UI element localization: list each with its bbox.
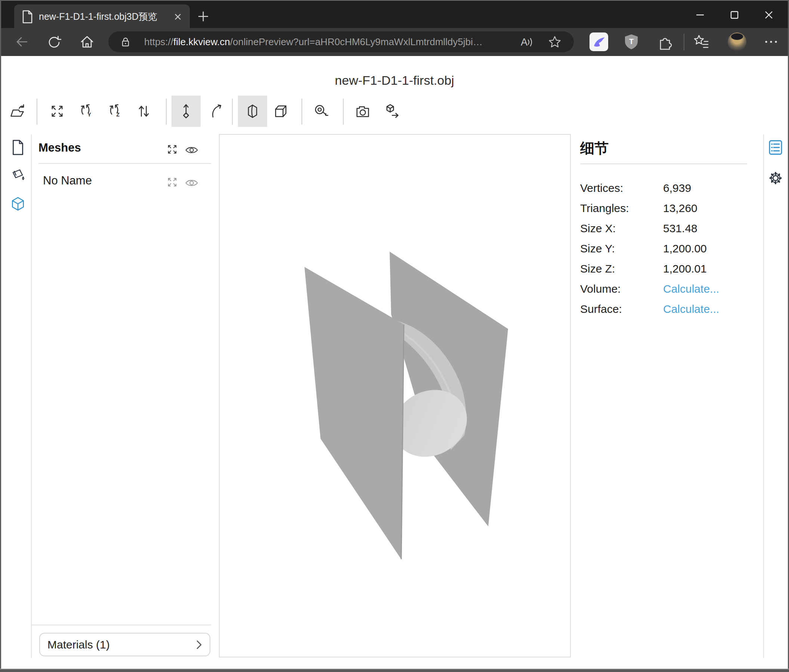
model-left-plane: [305, 267, 404, 559]
detail-row-vertices: Vertices: 6,939: [580, 178, 752, 198]
sidebar-material-icon[interactable]: [10, 167, 26, 183]
materials-button[interactable]: Materials (1): [39, 633, 210, 656]
browser-navbar: https://file.kkview.cn/onlinePreview?url…: [0, 28, 789, 56]
detail-row-size-y: Size Y: 1,200.00: [580, 239, 752, 259]
toolbar-screenshot-button[interactable]: [348, 96, 377, 127]
home-button[interactable]: [80, 34, 94, 49]
svg-text:T: T: [629, 37, 634, 46]
url-bar[interactable]: https://file.kkview.cn/onlinePreview?url…: [109, 31, 574, 52]
svg-text:Z: Z: [116, 111, 120, 118]
collections-icon[interactable]: [693, 33, 710, 51]
tab-title: new-F1-D1-1-first.obj3D预览: [39, 10, 168, 23]
toolbar-open-model-button[interactable]: [3, 96, 32, 127]
details-panel-title: 细节: [580, 139, 609, 158]
detail-row-surface: Surface: Calculate...: [580, 299, 752, 319]
3d-model: [220, 135, 570, 657]
toolbar-shaded-view-button[interactable]: [238, 96, 267, 127]
3d-viewer-canvas[interactable]: [219, 134, 571, 658]
svg-text:Y: Y: [88, 111, 91, 118]
back-button[interactable]: [14, 34, 29, 49]
toolbar-divider: [343, 99, 344, 125]
detail-row-size-x: Size X: 531.48: [580, 218, 752, 239]
mesh-row-focus-icon[interactable]: [166, 175, 179, 189]
url-domain: file.kkview.cn: [173, 36, 230, 48]
page-title: new-F1-D1-1-first.obj: [1, 73, 788, 88]
extension-bird-icon[interactable]: [589, 32, 608, 51]
volume-calculate-link[interactable]: Calculate...: [663, 283, 719, 295]
chevron-right-icon: [196, 640, 202, 650]
toolbar-measure-button[interactable]: [307, 96, 336, 127]
window-border-bottom: [0, 669, 789, 672]
meshes-focus-icon[interactable]: [166, 143, 179, 156]
new-tab-button[interactable]: [193, 7, 213, 26]
toolbar-orbit-button[interactable]: [202, 96, 231, 127]
meshes-panel-title: Meshes: [38, 141, 81, 154]
toolbar-rotate-z-button[interactable]: Z: [101, 96, 130, 127]
browser-titlebar: new-F1-D1-1-first.obj3D预览: [0, 0, 789, 28]
toolbar-fit-view-button[interactable]: [43, 96, 72, 127]
right-strip-divider: [763, 134, 764, 658]
url-path: /onlinePreview?url=aHR0cHM6Ly9maWxlLmtrd…: [230, 36, 483, 48]
materials-button-label: Materials (1): [48, 639, 196, 651]
minimize-button[interactable]: [683, 5, 717, 25]
tab-close-icon[interactable]: [173, 12, 182, 21]
close-button[interactable]: [752, 5, 786, 25]
refresh-button[interactable]: [46, 34, 61, 49]
materials-divider: [31, 624, 211, 625]
settings-menu-icon[interactable]: [762, 34, 780, 49]
profile-avatar[interactable]: [728, 32, 746, 51]
meshes-visibility-eye-icon[interactable]: [185, 143, 198, 157]
left-strip-divider: [31, 134, 32, 658]
tab-file-icon: [22, 10, 33, 24]
maximize-button[interactable]: [717, 5, 752, 25]
toolbar-divider: [37, 99, 37, 125]
lock-icon[interactable]: [120, 37, 131, 47]
meshes-panel-divider: [38, 163, 211, 164]
browser-tab[interactable]: new-F1-D1-1-first.obj3D预览: [14, 5, 190, 29]
detail-row-size-z: Size Z: 1,200.01: [580, 259, 752, 279]
detail-row-volume: Volume: Calculate...: [580, 279, 752, 299]
navbar-divider: [684, 33, 684, 50]
toolbar-rotate-y-button[interactable]: Y: [72, 96, 101, 127]
extension-shield-icon[interactable]: T: [622, 33, 640, 51]
details-divider: [580, 164, 747, 164]
detail-row-triangles: Triangles: 13,260: [580, 198, 752, 218]
toolbar-export-model-button[interactable]: [378, 96, 407, 127]
toolbar-divider: [166, 99, 167, 125]
settings-gear-icon[interactable]: [768, 170, 783, 186]
surface-calculate-link[interactable]: Calculate...: [663, 303, 719, 315]
mesh-row-label[interactable]: No Name: [43, 174, 92, 188]
url-text[interactable]: https://file.kkview.cn/onlinePreview?url…: [144, 31, 483, 52]
favorite-star-icon[interactable]: [548, 35, 561, 48]
sidebar-file-icon[interactable]: [10, 140, 26, 155]
details-list-icon[interactable]: [768, 140, 783, 155]
sidebar-model-cube-icon[interactable]: [10, 196, 26, 212]
page-content: new-F1-D1-1-first.obj Y Z: [1, 56, 788, 669]
url-scheme: https://: [144, 36, 173, 48]
toolbar-solid-view-button[interactable]: [266, 96, 295, 127]
toolbar-divider: [302, 99, 302, 125]
window-border-left: [0, 0, 1, 672]
details-rows: Vertices: 6,939 Triangles: 13,260 Size X…: [580, 178, 752, 319]
read-aloud-icon[interactable]: A: [519, 36, 535, 49]
toolbar-translate-button[interactable]: [171, 96, 201, 127]
toolbar-flip-vertical-button[interactable]: [129, 96, 158, 127]
toolbar-divider: [232, 99, 233, 125]
mesh-row-visibility-eye-icon[interactable]: [185, 176, 198, 189]
extensions-puzzle-icon[interactable]: [657, 34, 673, 51]
